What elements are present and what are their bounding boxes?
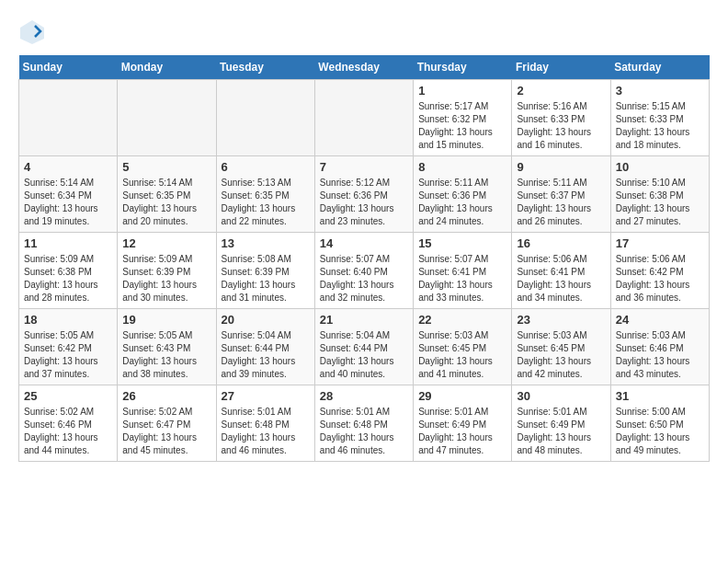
day-info: Sunrise: 5:17 AM Sunset: 6:32 PM Dayligh… [418, 100, 506, 152]
logo-icon [18, 18, 46, 46]
calendar-cell: 12Sunrise: 5:09 AM Sunset: 6:39 PM Dayli… [118, 233, 216, 309]
day-number: 9 [517, 160, 605, 174]
calendar-cell: 18Sunrise: 5:05 AM Sunset: 6:42 PM Dayli… [19, 309, 118, 385]
day-info: Sunrise: 5:01 AM Sunset: 6:49 PM Dayligh… [418, 406, 506, 457]
calendar-cell: 31Sunrise: 5:00 AM Sunset: 6:50 PM Dayli… [610, 385, 709, 462]
day-info: Sunrise: 5:13 AM Sunset: 6:35 PM Dayligh… [222, 177, 310, 228]
day-number: 24 [616, 313, 704, 327]
day-number: 27 [222, 389, 310, 403]
day-number: 11 [24, 236, 112, 250]
calendar-cell [118, 80, 216, 156]
col-header-monday: Monday [118, 55, 216, 80]
calendar-cell: 2Sunrise: 5:16 AM Sunset: 6:33 PM Daylig… [512, 80, 610, 156]
day-info: Sunrise: 5:03 AM Sunset: 6:45 PM Dayligh… [517, 329, 605, 381]
day-info: Sunrise: 5:05 AM Sunset: 6:43 PM Dayligh… [122, 329, 210, 381]
day-number: 17 [616, 236, 704, 250]
day-number: 2 [517, 84, 605, 98]
calendar-cell: 17Sunrise: 5:06 AM Sunset: 6:42 PM Dayli… [610, 233, 709, 309]
day-info: Sunrise: 5:10 AM Sunset: 6:38 PM Dayligh… [616, 177, 704, 228]
logo [18, 18, 50, 46]
day-header-row: SundayMondayTuesdayWednesdayThursdayFrid… [19, 55, 710, 80]
calendar-table: SundayMondayTuesdayWednesdayThursdayFrid… [18, 55, 710, 462]
day-info: Sunrise: 5:09 AM Sunset: 6:38 PM Dayligh… [24, 253, 112, 304]
col-header-wednesday: Wednesday [314, 55, 413, 80]
day-number: 25 [24, 389, 112, 403]
calendar-cell: 26Sunrise: 5:02 AM Sunset: 6:47 PM Dayli… [118, 385, 216, 462]
calendar-cell: 16Sunrise: 5:06 AM Sunset: 6:41 PM Dayli… [512, 233, 610, 309]
day-number: 1 [418, 84, 506, 98]
calendar-cell: 19Sunrise: 5:05 AM Sunset: 6:43 PM Dayli… [118, 309, 216, 385]
day-number: 8 [418, 160, 506, 174]
day-number: 16 [517, 236, 605, 250]
calendar-cell: 23Sunrise: 5:03 AM Sunset: 6:45 PM Dayli… [512, 309, 610, 385]
day-info: Sunrise: 5:01 AM Sunset: 6:48 PM Dayligh… [222, 406, 310, 457]
calendar-cell: 9Sunrise: 5:11 AM Sunset: 6:37 PM Daylig… [512, 156, 610, 233]
day-info: Sunrise: 5:00 AM Sunset: 6:50 PM Dayligh… [616, 406, 704, 457]
day-info: Sunrise: 5:02 AM Sunset: 6:46 PM Dayligh… [24, 406, 112, 457]
calendar-cell: 6Sunrise: 5:13 AM Sunset: 6:35 PM Daylig… [216, 156, 314, 233]
day-info: Sunrise: 5:14 AM Sunset: 6:34 PM Dayligh… [24, 177, 112, 228]
day-number: 13 [222, 236, 310, 250]
calendar-cell: 7Sunrise: 5:12 AM Sunset: 6:36 PM Daylig… [314, 156, 413, 233]
calendar-cell: 28Sunrise: 5:01 AM Sunset: 6:48 PM Dayli… [314, 385, 413, 462]
week-row-3: 11Sunrise: 5:09 AM Sunset: 6:38 PM Dayli… [19, 233, 710, 309]
calendar-cell: 13Sunrise: 5:08 AM Sunset: 6:39 PM Dayli… [216, 233, 314, 309]
day-number: 23 [517, 313, 605, 327]
day-number: 3 [616, 84, 704, 98]
day-info: Sunrise: 5:02 AM Sunset: 6:47 PM Dayligh… [122, 406, 210, 457]
week-row-2: 4Sunrise: 5:14 AM Sunset: 6:34 PM Daylig… [19, 156, 710, 233]
calendar-cell: 24Sunrise: 5:03 AM Sunset: 6:46 PM Dayli… [610, 309, 709, 385]
day-info: Sunrise: 5:06 AM Sunset: 6:41 PM Dayligh… [517, 253, 605, 304]
calendar-cell: 21Sunrise: 5:04 AM Sunset: 6:44 PM Dayli… [314, 309, 413, 385]
day-number: 4 [24, 160, 112, 174]
day-number: 21 [320, 313, 408, 327]
day-info: Sunrise: 5:03 AM Sunset: 6:45 PM Dayligh… [418, 329, 506, 381]
day-number: 14 [320, 236, 408, 250]
day-number: 22 [418, 313, 506, 327]
day-info: Sunrise: 5:06 AM Sunset: 6:42 PM Dayligh… [616, 253, 704, 304]
day-info: Sunrise: 5:03 AM Sunset: 6:46 PM Dayligh… [616, 329, 704, 381]
col-header-sunday: Sunday [19, 55, 118, 80]
day-number: 26 [122, 389, 210, 403]
day-number: 20 [222, 313, 310, 327]
day-info: Sunrise: 5:11 AM Sunset: 6:37 PM Dayligh… [517, 177, 605, 228]
day-number: 18 [24, 313, 112, 327]
calendar-cell: 10Sunrise: 5:10 AM Sunset: 6:38 PM Dayli… [610, 156, 709, 233]
calendar-cell: 27Sunrise: 5:01 AM Sunset: 6:48 PM Dayli… [216, 385, 314, 462]
week-row-5: 25Sunrise: 5:02 AM Sunset: 6:46 PM Dayli… [19, 385, 710, 462]
col-header-friday: Friday [512, 55, 610, 80]
day-info: Sunrise: 5:11 AM Sunset: 6:36 PM Dayligh… [418, 177, 506, 228]
calendar-cell: 1Sunrise: 5:17 AM Sunset: 6:32 PM Daylig… [414, 80, 512, 156]
calendar-cell: 11Sunrise: 5:09 AM Sunset: 6:38 PM Dayli… [19, 233, 118, 309]
day-info: Sunrise: 5:04 AM Sunset: 6:44 PM Dayligh… [320, 329, 408, 381]
day-number: 5 [122, 160, 210, 174]
day-info: Sunrise: 5:08 AM Sunset: 6:39 PM Dayligh… [222, 253, 310, 304]
day-number: 12 [122, 236, 210, 250]
day-info: Sunrise: 5:07 AM Sunset: 6:41 PM Dayligh… [418, 253, 506, 304]
day-number: 7 [320, 160, 408, 174]
day-number: 29 [418, 389, 506, 403]
day-info: Sunrise: 5:05 AM Sunset: 6:42 PM Dayligh… [24, 329, 112, 381]
day-number: 31 [616, 389, 704, 403]
calendar-cell: 25Sunrise: 5:02 AM Sunset: 6:46 PM Dayli… [19, 385, 118, 462]
calendar-cell: 22Sunrise: 5:03 AM Sunset: 6:45 PM Dayli… [414, 309, 512, 385]
day-info: Sunrise: 5:16 AM Sunset: 6:33 PM Dayligh… [517, 100, 605, 152]
day-number: 30 [517, 389, 605, 403]
calendar-cell [19, 80, 118, 156]
day-info: Sunrise: 5:14 AM Sunset: 6:35 PM Dayligh… [122, 177, 210, 228]
day-number: 19 [122, 313, 210, 327]
calendar-cell: 30Sunrise: 5:01 AM Sunset: 6:49 PM Dayli… [512, 385, 610, 462]
day-number: 6 [222, 160, 310, 174]
calendar-cell: 3Sunrise: 5:15 AM Sunset: 6:33 PM Daylig… [610, 80, 709, 156]
day-info: Sunrise: 5:09 AM Sunset: 6:39 PM Dayligh… [122, 253, 210, 304]
col-header-thursday: Thursday [414, 55, 512, 80]
page-header [18, 18, 710, 46]
calendar-cell [314, 80, 413, 156]
day-info: Sunrise: 5:12 AM Sunset: 6:36 PM Dayligh… [320, 177, 408, 228]
calendar-cell: 20Sunrise: 5:04 AM Sunset: 6:44 PM Dayli… [216, 309, 314, 385]
calendar-cell: 8Sunrise: 5:11 AM Sunset: 6:36 PM Daylig… [414, 156, 512, 233]
day-info: Sunrise: 5:01 AM Sunset: 6:49 PM Dayligh… [517, 406, 605, 457]
day-info: Sunrise: 5:07 AM Sunset: 6:40 PM Dayligh… [320, 253, 408, 304]
calendar-cell: 4Sunrise: 5:14 AM Sunset: 6:34 PM Daylig… [19, 156, 118, 233]
day-number: 15 [418, 236, 506, 250]
